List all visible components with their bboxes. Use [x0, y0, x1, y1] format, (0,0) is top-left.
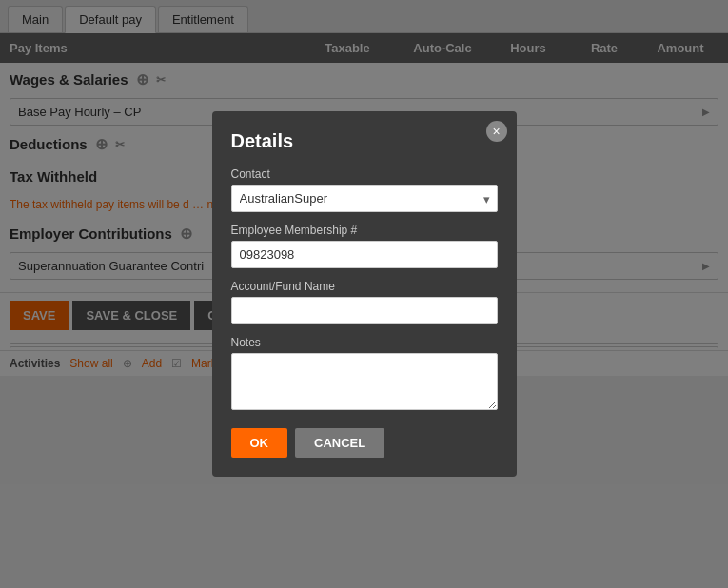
required-fields-section: Contact AustralianSuper Other Fund Emplo… [231, 167, 498, 268]
account-label: Account/Fund Name [231, 280, 498, 293]
contact-select[interactable]: AustralianSuper Other Fund [231, 185, 498, 212]
account-input[interactable] [231, 297, 498, 324]
notes-textarea[interactable] [231, 353, 498, 410]
account-field-group: Account/Fund Name [231, 280, 498, 324]
modal-footer: OK CANCEL [231, 428, 498, 458]
modal-overlay: Details × Contact AustralianSuper Other … [0, 0, 728, 588]
modal-ok-button[interactable]: OK [231, 428, 288, 458]
modal-cancel-button[interactable]: CANCEL [295, 428, 384, 458]
membership-label: Employee Membership # [231, 224, 498, 237]
modal-close-button[interactable]: × [486, 121, 507, 142]
membership-input[interactable] [231, 241, 498, 268]
membership-field-group: Employee Membership # [231, 224, 498, 268]
modal-dialog: Details × Contact AustralianSuper Other … [212, 111, 517, 477]
contact-label: Contact [231, 167, 498, 181]
notes-field-group: Notes [231, 336, 498, 413]
contact-select-wrapper: AustralianSuper Other Fund [231, 185, 498, 212]
contact-field-group: Contact AustralianSuper Other Fund [231, 167, 498, 212]
notes-label: Notes [231, 336, 498, 349]
modal-title: Details [231, 130, 498, 152]
